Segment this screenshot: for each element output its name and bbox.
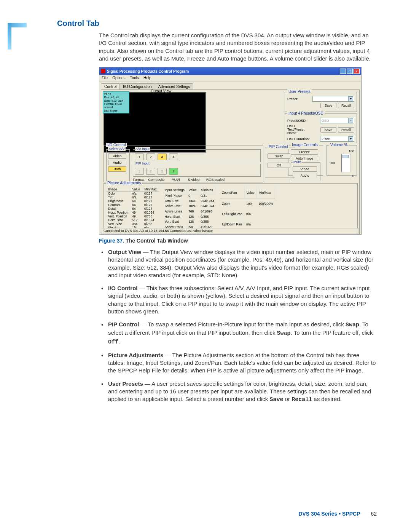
list-item: Picture Adjustments — The Picture Adjust…: [99, 351, 377, 375]
preset-osd-select[interactable]: OSD▾: [320, 118, 354, 123]
minimize-button[interactable]: _: [340, 69, 346, 74]
table-row[interactable]: Colorn/a0/127: [106, 192, 159, 196]
menu-help[interactable]: Help: [143, 76, 151, 81]
footer-breadcrumb: DVS 304 Series • SPPCP: [298, 511, 360, 517]
av-input-1[interactable]: 1: [135, 153, 144, 160]
table-header: Min/Max: [199, 187, 216, 193]
format-2: YUVi: [168, 178, 183, 182]
chevron-down-icon: ▾: [348, 118, 353, 123]
table-row[interactable]: Horz. Start1280/255: [163, 214, 216, 219]
mute-video-button[interactable]: Video: [293, 166, 317, 172]
format-4: RGB scaled: [204, 178, 227, 182]
input4-save-button[interactable]: Save: [320, 127, 336, 133]
tab-io-configuration[interactable]: I/O Configuration: [119, 83, 155, 89]
table-header: Input Settings: [163, 187, 186, 193]
pip-line: Format: RGB scaled: [104, 102, 128, 109]
av-input-2[interactable]: 2: [146, 153, 155, 160]
image-table: ImageValueMin/MaxColorn/a0/127Tintn/a0/1…: [106, 187, 159, 230]
table-row[interactable]: Left/Right Pann/a: [220, 209, 275, 219]
pip-off-button[interactable]: Off: [268, 163, 290, 168]
menu-tools[interactable]: Tools: [130, 76, 139, 81]
volume-min: 0: [329, 174, 354, 178]
slider-handle[interactable]: [342, 155, 349, 158]
preset-select[interactable]: ▾: [312, 96, 354, 102]
format-3: S-video: [185, 178, 202, 182]
table-row[interactable]: Detail640/127: [106, 207, 159, 211]
pip-input-2[interactable]: 2: [146, 168, 155, 175]
zoompan-table: Zoom/PanValueMin/MaxZoom100100/200%Left/…: [220, 187, 275, 230]
tab-advanced-settings[interactable]: Advanced Settings: [155, 83, 193, 89]
intro-paragraph: The Control tab displays the current con…: [99, 32, 377, 62]
app-window: Signal Processing Products Control Progr…: [99, 67, 362, 235]
preset-label: Preset:: [287, 97, 298, 101]
table-header: Image: [106, 187, 130, 192]
table-row[interactable]: Pixel Phase00/31: [163, 193, 216, 198]
input-settings-table: Input SettingsValueMin/MaxPixel Phase00/…: [163, 187, 217, 230]
picture-adjustments-group: Picture Adjustments ImageValueMin/MaxCol…: [104, 183, 358, 230]
table-header: Min/Max: [142, 187, 159, 192]
tab-panel-control: Output View PIP 4 Pos: 49, 49 Size: 512,…: [101, 89, 360, 234]
table-row[interactable]: Total Pixel1344974/1914: [163, 198, 216, 204]
picture-adjustments-legend: Picture Adjustments: [106, 181, 142, 185]
format-1: Composite: [146, 178, 167, 182]
tab-control[interactable]: Control: [101, 83, 120, 89]
table-row[interactable]: Active Pixel1024674/1374: [163, 203, 216, 209]
table-row[interactable]: Tintn/a0/127: [106, 195, 159, 199]
select-both-button[interactable]: Both: [108, 166, 126, 172]
table-row[interactable]: Vert. Size3840/768: [106, 222, 159, 226]
table-header: Value: [186, 187, 199, 193]
close-button[interactable]: ×: [354, 69, 360, 74]
table-header: Value: [244, 187, 256, 198]
table-header: Zoom/Pan: [220, 187, 244, 198]
pip-input-4[interactable]: 4: [169, 168, 178, 175]
av-input-3[interactable]: 3: [158, 153, 167, 160]
menu-file[interactable]: File: [102, 76, 108, 81]
av-input-4[interactable]: 4: [169, 153, 178, 160]
osd-duration-select[interactable]: 2 sec▾: [320, 136, 354, 142]
user-presets-group: User Presets Preset: ▾ Save Recall: [285, 92, 357, 112]
pip-control-group: PIP Control Swap Off: [265, 147, 295, 177]
pip-input-legend: PIP Input: [135, 161, 150, 165]
pip-swap-button[interactable]: Swap: [268, 153, 290, 159]
volume-current: 100: [329, 161, 335, 165]
table-row[interactable]: Zoom100100/200%: [220, 198, 275, 209]
table-row[interactable]: Horz. Position490/1024: [106, 211, 159, 214]
input4-presets-group: Input 4 Presets/OSD Preset/OSD: OSD▾ OSD…: [285, 113, 357, 143]
table-row[interactable]: Contrast640/127: [106, 203, 159, 207]
av-input-legend: A/V Input: [135, 147, 150, 151]
list-item: User Presets — A user preset saves speci…: [99, 380, 377, 404]
table-row[interactable]: Active Lines768641/895: [163, 209, 216, 214]
mute-audio-button[interactable]: Audio: [293, 173, 317, 178]
volume-slider[interactable]: [341, 154, 350, 172]
list-item: I/O Control — This has three subsections…: [99, 284, 377, 315]
maximize-button[interactable]: □: [347, 69, 353, 74]
pip-thumbnail: PIP 4 Pos: 49, 49 Size: 512, 384 Format:…: [103, 91, 129, 113]
table-header: Value: [130, 187, 142, 192]
input4-legend: Input 4 Presets/OSD: [287, 111, 325, 115]
figure-caption: Figure 37. The Control Tab Window: [99, 238, 377, 244]
image-controls-legend: Image Controls: [291, 143, 319, 147]
app-icon: [101, 69, 105, 73]
user-presets-legend: User Presets: [287, 89, 312, 94]
pip-control-legend: PIP Control: [268, 145, 289, 149]
preset-recall-button[interactable]: Recall: [338, 103, 354, 108]
status-bar: Connected to DVS 304 AD at 10.13.194.58 …: [102, 228, 359, 233]
menu-options[interactable]: Options: [112, 76, 125, 81]
page-footer: DVS 304 Series • SPPCP 62: [298, 511, 377, 517]
select-audio-button[interactable]: Audio: [108, 160, 126, 165]
table-row[interactable]: Vert. Start1280/255: [163, 219, 216, 225]
input4-recall-button[interactable]: Recall: [338, 127, 354, 133]
list-item: Output View — The Output View window dis…: [99, 248, 377, 279]
titlebar: Signal Processing Products Control Progr…: [99, 67, 361, 75]
pip-input-1[interactable]: 1: [135, 168, 144, 175]
volume-group: Volume % 100 100 0: [327, 145, 357, 176]
volume-max: 100: [329, 149, 354, 153]
preset-osd-label: Preset/OSD:: [287, 119, 307, 123]
table-row[interactable]: Vert. Position490/768: [106, 214, 159, 218]
page-number: 62: [371, 511, 377, 517]
preset-save-button[interactable]: Save: [320, 103, 336, 108]
table-row[interactable]: Horz. Size5120/1024: [106, 218, 159, 222]
table-row[interactable]: Brightness640/127: [106, 199, 159, 203]
pip-input-3[interactable]: 3: [158, 168, 167, 175]
select-video-button[interactable]: Video: [108, 153, 126, 159]
